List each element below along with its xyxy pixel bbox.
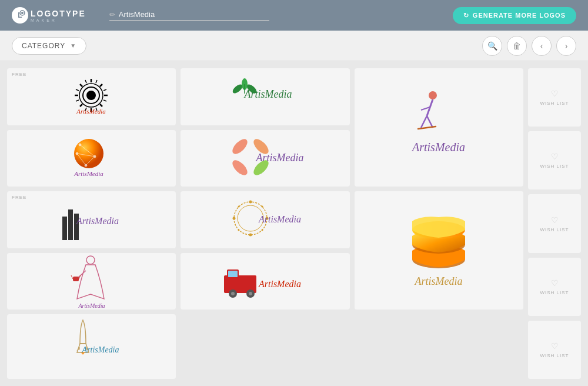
svg-line-21 (76, 100, 79, 101)
svg-line-13 (80, 104, 82, 107)
svg-line-14 (80, 84, 82, 86)
toolbar: CATEGORY ▼ 🔍 🗑 ‹ › (0, 31, 588, 61)
logo-card-11[interactable]: ArtisMedia (355, 191, 523, 310)
wishlist-item-3[interactable]: ♡ WISH LIST (528, 194, 581, 252)
wishlist-sidebar: ♡ WISH LIST ♡ WISH LIST ♡ WISH LIST ♡ WI… (528, 68, 581, 379)
wishlist-item-2[interactable]: ♡ WISH LIST (528, 131, 581, 189)
wishlist-item-4[interactable]: ♡ WISH LIST (528, 258, 581, 316)
wishlist-label-2: WISH LIST (540, 164, 569, 169)
logo-visual-7: ArtisMedia (13, 196, 170, 243)
logo-visual-1: ArtisMedia (13, 74, 170, 119)
logo-visual-5: ArtisMedia (186, 129, 343, 188)
svg-point-66 (261, 229, 263, 231)
free-badge-7: FREE (12, 195, 26, 200)
svg-rect-55 (68, 209, 73, 240)
heart-icon-1: ♡ (551, 89, 559, 98)
svg-text:ArtisMedia: ArtisMedia (76, 108, 106, 115)
logo-card-12[interactable]: ArtisMedia (7, 314, 176, 379)
logo-visual-8: ArtisMedia (186, 190, 343, 249)
main-content: FREE (0, 61, 588, 386)
svg-point-48 (230, 158, 250, 178)
svg-point-42 (93, 155, 96, 158)
logo-card-10[interactable]: ArtisMedia (181, 253, 349, 310)
logo-text: LOGOTYPE MAKER (31, 9, 86, 22)
generate-label: GENERATE MORE LOGOS (473, 12, 566, 19)
logo-visual-11: ArtisMedia (360, 197, 517, 304)
heart-icon-3: ♡ (551, 215, 559, 225)
svg-point-63 (232, 217, 235, 220)
svg-line-22 (76, 89, 79, 91)
wishlist-item-5[interactable]: ♡ WISH LIST (528, 321, 581, 379)
trash-icon: 🗑 (513, 41, 521, 51)
svg-point-81 (249, 292, 252, 295)
logo-visual-2: ArtisMedia (186, 73, 343, 120)
category-dropdown[interactable]: CATEGORY ▼ (12, 37, 86, 55)
search-input[interactable] (119, 10, 269, 19)
svg-point-69 (86, 256, 95, 264)
svg-point-43 (85, 164, 87, 167)
category-label: CATEGORY (22, 42, 65, 50)
svg-line-16 (85, 80, 86, 83)
svg-text:ArtisMedia: ArtisMedia (255, 152, 303, 164)
svg-rect-71 (73, 277, 79, 281)
svg-text:ArtisMedia: ArtisMedia (76, 216, 119, 226)
logo-card-9[interactable]: ArtisMedia (7, 253, 176, 310)
logo-card-5[interactable]: ArtisMedia (181, 130, 349, 187)
trash-button[interactable]: 🗑 (507, 36, 527, 56)
next-button[interactable]: › (556, 36, 576, 56)
svg-text:ArtisMedia: ArtisMedia (258, 214, 301, 224)
wishlist-label-1: WISH LIST (540, 101, 569, 106)
search-bar: ✏ (109, 10, 269, 21)
svg-point-41 (79, 144, 81, 146)
svg-text:ArtisMedia: ArtisMedia (81, 345, 119, 354)
logo-area: L LOGOTYPE MAKER (12, 7, 86, 24)
search-icon: 🔍 (487, 41, 497, 51)
search-header-icon: ✏ (109, 11, 115, 19)
heart-icon-2: ♡ (551, 152, 559, 161)
wishlist-label-3: WISH LIST (540, 227, 569, 232)
logo-card-2[interactable]: ArtisMedia (181, 68, 349, 125)
refresh-icon: ↻ (463, 12, 469, 19)
prev-button[interactable]: ‹ (532, 36, 552, 56)
logo-title: LOGOTYPE (31, 9, 86, 18)
svg-point-3 (21, 12, 24, 14)
logo-card-7[interactable]: FREE ArtisMedia (7, 191, 176, 248)
svg-point-46 (230, 137, 250, 157)
logo-visual-9: ArtisMedia (13, 252, 170, 311)
heart-icon-4: ♡ (551, 278, 559, 288)
svg-line-17 (103, 100, 106, 101)
wishlist-label-5: WISH LIST (540, 353, 569, 358)
svg-text:ArtisMedia: ArtisMedia (258, 279, 301, 289)
wishlist-label-4: WISH LIST (540, 290, 569, 295)
svg-line-15 (96, 80, 97, 83)
logo-card-1[interactable]: FREE (7, 68, 176, 125)
logo-visual-3: ArtisMedia (360, 74, 517, 181)
logo-card-8[interactable]: ArtisMedia (181, 191, 349, 248)
logo-grid: FREE (7, 68, 523, 379)
chevron-right-icon: › (565, 41, 568, 51)
generate-button[interactable]: ↻ GENERATE MORE LOGOS (453, 7, 576, 24)
logo-card-4[interactable]: ArtisMedia (7, 130, 176, 187)
svg-point-44 (76, 152, 78, 155)
logo-icon: L (12, 7, 28, 24)
header: L LOGOTYPE MAKER ✏ ↻ GENERATE MORE LOGOS (0, 0, 588, 31)
search-button[interactable]: 🔍 (482, 36, 502, 56)
wishlist-item-1[interactable]: ♡ WISH LIST (528, 68, 581, 127)
svg-text:ArtisMedia: ArtisMedia (74, 170, 103, 177)
svg-point-29 (429, 91, 437, 99)
svg-point-36 (74, 139, 103, 168)
svg-point-60 (249, 201, 252, 204)
svg-rect-77 (228, 271, 238, 277)
svg-line-32 (421, 116, 427, 128)
logo-visual-10: ArtisMedia (186, 258, 343, 305)
heart-icon-5: ♡ (551, 341, 559, 351)
svg-point-80 (231, 292, 235, 295)
chevron-left-icon: ‹ (540, 41, 543, 51)
logo-card-3[interactable]: ArtisMedia (355, 68, 523, 187)
svg-line-18 (103, 89, 106, 91)
chevron-down-icon: ▼ (70, 42, 76, 49)
logo-visual-4: ArtisMedia (13, 136, 170, 181)
toolbar-right: 🔍 🗑 ‹ › (482, 36, 576, 56)
svg-point-65 (238, 206, 239, 208)
svg-text:ArtisMedia: ArtisMedia (78, 302, 105, 309)
